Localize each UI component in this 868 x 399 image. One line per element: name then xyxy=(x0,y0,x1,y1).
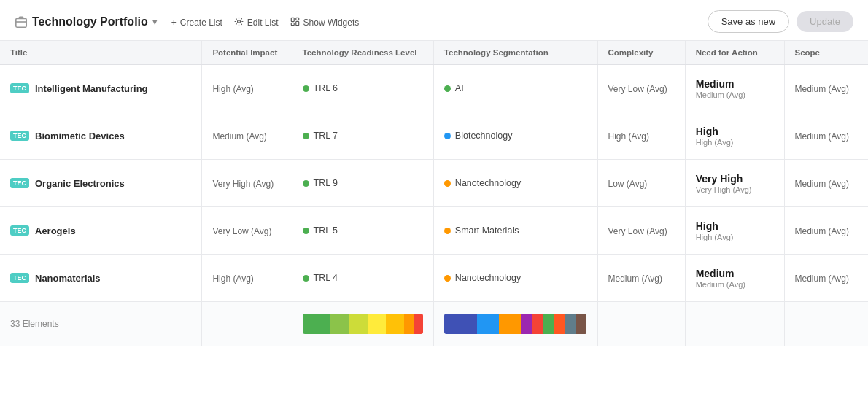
col-header-title: Title xyxy=(0,41,202,65)
complexity-cell: Medium (Avg) xyxy=(597,255,685,302)
svg-rect-4 xyxy=(295,18,298,20)
title-cell: TEC Nanomaterials xyxy=(0,255,202,302)
row-title: Aerogels xyxy=(35,225,76,236)
plus-icon: + xyxy=(171,18,177,28)
elements-count: 33 Elements xyxy=(10,319,59,329)
scope-value: Medium (Avg) xyxy=(795,226,849,236)
trl-dot xyxy=(303,275,309,282)
trl-value: TRL 9 xyxy=(314,178,338,188)
potential-impact-value: High (Avg) xyxy=(212,274,253,284)
widgets-icon xyxy=(290,17,300,28)
potential-impact-cell: Medium (Avg) xyxy=(202,112,292,160)
scope-value: Medium (Avg) xyxy=(795,274,849,284)
tec-badge: TEC xyxy=(10,83,29,93)
need-for-action-cell: High High (Avg) xyxy=(685,112,784,160)
footer-empty-potential xyxy=(202,302,292,346)
scope-value: Medium (Avg) xyxy=(795,131,849,142)
scope-cell: Medium (Avg) xyxy=(784,65,868,112)
row-title: Intelligent Manufacturing xyxy=(35,83,148,94)
show-widgets-button[interactable]: Show Widgets xyxy=(290,17,360,28)
trl-cell: TRL 7 xyxy=(292,112,433,160)
complexity-value: Very Low (Avg) xyxy=(608,84,667,94)
need-main: Very High xyxy=(696,173,774,185)
edit-icon xyxy=(234,17,244,28)
potential-impact-cell: High (Avg) xyxy=(202,255,292,302)
trl-cell: TRL 6 xyxy=(292,65,433,112)
seg-value: AI xyxy=(455,83,464,93)
trl-cell: TRL 5 xyxy=(292,207,433,255)
segmentation-cell: Nanotechnology xyxy=(433,255,597,302)
table-row: TEC Nanomaterials High (Avg) TRL 4 Nanot… xyxy=(0,255,868,302)
svg-point-2 xyxy=(237,20,240,23)
need-sub: High (Avg) xyxy=(696,138,774,147)
create-list-button[interactable]: + Create List xyxy=(171,18,222,28)
save-as-new-button[interactable]: Save as new xyxy=(708,10,789,33)
footer-empty-complexity xyxy=(597,302,685,346)
header: Technology Portfolio ▾ + Create List Edi… xyxy=(0,0,868,41)
col-header-complexity: Complexity xyxy=(597,41,685,65)
complexity-cell: Very Low (Avg) xyxy=(597,65,685,112)
potential-impact-value: Very Low (Avg) xyxy=(212,226,271,236)
trl-color-bar xyxy=(303,314,423,334)
app-container: Technology Portfolio ▾ + Create List Edi… xyxy=(0,0,868,399)
tec-badge: TEC xyxy=(10,131,29,141)
segmentation-cell: Smart Materials xyxy=(433,207,597,255)
footer-empty-scope xyxy=(784,302,868,346)
svg-rect-0 xyxy=(16,18,26,27)
update-button[interactable]: Update xyxy=(797,11,853,32)
trl-value: TRL 4 xyxy=(314,273,338,283)
need-main: High xyxy=(696,220,774,232)
trl-cell: TRL 9 xyxy=(292,160,433,207)
col-header-need: Need for Action xyxy=(685,41,784,65)
col-header-seg: Technology Segmentation xyxy=(433,41,597,65)
trl-value: TRL 6 xyxy=(314,83,338,93)
trl-cell: TRL 4 xyxy=(292,255,433,302)
header-right: Save as new Update xyxy=(708,10,853,33)
footer-row: 33 Elements xyxy=(0,302,868,346)
seg-dot xyxy=(444,180,451,187)
row-title: Nanomaterials xyxy=(35,273,101,284)
segmentation-cell: Nanotechnology xyxy=(433,160,597,207)
footer-count-cell: 33 Elements xyxy=(0,302,202,346)
portfolio-icon xyxy=(15,15,28,28)
potential-impact-value: High (Avg) xyxy=(212,84,253,94)
title-cell: TEC Biomimetic Devices xyxy=(0,112,202,160)
title-cell: TEC Aerogels xyxy=(0,207,202,255)
need-sub: Medium (Avg) xyxy=(696,280,774,289)
table-row: TEC Intelligent Manufacturing High (Avg)… xyxy=(0,65,868,112)
need-for-action-cell: Medium Medium (Avg) xyxy=(685,65,784,112)
complexity-value: Very Low (Avg) xyxy=(608,226,667,236)
complexity-value: Low (Avg) xyxy=(608,179,648,189)
potential-impact-cell: Very Low (Avg) xyxy=(202,207,292,255)
data-table: Title Potential Impact Technology Readin… xyxy=(0,41,868,346)
seg-value: Smart Materials xyxy=(455,225,519,236)
trl-dot xyxy=(303,228,309,234)
need-for-action-cell: High High (Avg) xyxy=(685,207,784,255)
footer-empty-need xyxy=(685,302,784,346)
table-row: TEC Aerogels Very Low (Avg) TRL 5 Smart … xyxy=(0,207,868,255)
potential-impact-value: Very High (Avg) xyxy=(212,179,274,189)
trl-dot xyxy=(303,133,309,139)
potential-impact-value: Medium (Avg) xyxy=(212,131,266,142)
table-row: TEC Organic Electronics Very High (Avg) … xyxy=(0,160,868,207)
table-wrapper: Title Potential Impact Technology Readin… xyxy=(0,41,868,346)
seg-value: Biotechnology xyxy=(455,131,513,141)
title-cell: TEC Organic Electronics xyxy=(0,160,202,207)
potential-impact-cell: Very High (Avg) xyxy=(202,160,292,207)
chevron-down-icon[interactable]: ▾ xyxy=(152,17,157,27)
title-cell: TEC Intelligent Manufacturing xyxy=(0,65,202,112)
edit-list-button[interactable]: Edit List xyxy=(234,17,279,28)
seg-value: Nanotechnology xyxy=(455,178,521,188)
table-header: Title Potential Impact Technology Readin… xyxy=(0,41,868,65)
need-main: Medium xyxy=(696,78,774,90)
complexity-cell: High (Avg) xyxy=(597,112,685,160)
trl-value: TRL 5 xyxy=(314,225,338,236)
portfolio-title: Technology Portfolio ▾ xyxy=(15,15,157,28)
complexity-cell: Low (Avg) xyxy=(597,160,685,207)
need-for-action-cell: Very High Very High (Avg) xyxy=(685,160,784,207)
need-main: Medium xyxy=(696,268,774,279)
scope-value: Medium (Avg) xyxy=(795,84,849,94)
svg-rect-6 xyxy=(295,21,298,25)
need-sub: High (Avg) xyxy=(696,233,774,241)
scope-cell: Medium (Avg) xyxy=(784,207,868,255)
